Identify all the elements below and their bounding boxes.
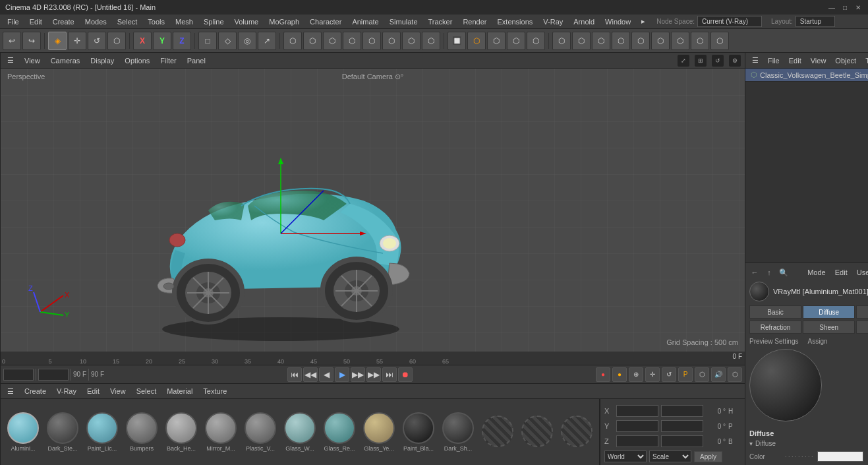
color-picker-button[interactable]: ✏ [866,451,868,462]
coord-z-pos[interactable]: 0 cm [616,435,658,447]
vp-menu-options[interactable]: Options [122,56,152,65]
maximize-button[interactable]: □ [840,3,850,12]
material-item-plastic[interactable]: Plastic_V... [242,412,279,452]
material-item-glass-ye[interactable]: Glass_Ye... [361,412,397,452]
menu-volume[interactable]: Volume [230,16,264,27]
coord-y-pos[interactable]: 0 cm [616,420,658,432]
polygon-button[interactable]: ◇ [218,32,237,50]
node-space-select[interactable]: Current (V-Ray) [697,16,762,27]
vp-icon-view[interactable]: ⊞ [695,55,707,67]
render-view-button[interactable]: ⬡ [487,32,506,50]
rp-menu-view[interactable]: View [808,56,829,65]
current-frame-input[interactable]: 0 F [3,369,34,381]
go-to-start-button[interactable]: ⏮ [287,367,302,382]
tool-btn-5[interactable]: ⬡ [362,32,381,50]
rp-menu-icon[interactable]: ☰ [749,55,761,65]
menu-select[interactable]: Select [113,16,142,27]
mat-menu-material[interactable]: Material [164,387,195,396]
window-controls[interactable]: — □ ✕ [827,3,863,12]
material-item-paint-black[interactable]: Paint_Bla... [400,412,437,452]
material-item-glass-re[interactable]: Glass_Re... [321,412,358,452]
tool-btn-7[interactable]: ⬡ [402,32,420,50]
coord-y-size[interactable]: 0 cm [661,420,703,432]
mode-button-6[interactable]: P [678,367,693,382]
material-item-bumpers[interactable]: Bumpers [123,412,160,452]
select-tool-button[interactable]: ◈ [48,32,67,50]
tool-btn-15[interactable]: ⬡ [651,32,670,50]
next-frame-button[interactable]: ▶▶ [351,367,365,382]
tool-btn-18[interactable]: ⬡ [710,32,729,50]
mat-menu-texture[interactable]: Texture [200,387,229,396]
vp-icon-refresh[interactable]: ↺ [712,55,724,67]
mat-menu-vray[interactable]: V-Ray [54,387,79,396]
assign-button[interactable]: Assign [807,338,827,345]
mat-menu-create[interactable]: Create [22,387,49,396]
material-item-paint[interactable]: Paint_Lic... [84,412,121,452]
material-item-empty-2[interactable] [519,416,556,449]
menu-animate[interactable]: Animate [347,16,383,27]
mat-nav-up[interactable]: ↑ [764,267,774,278]
tool-btn-9[interactable]: ⬡ [507,32,525,50]
mat-tab-bump[interactable]: Bump [856,321,868,334]
menu-character[interactable]: Character [305,16,346,27]
material-item-empty-1[interactable] [479,416,516,449]
vp-menu-panel[interactable]: Panel [185,56,208,65]
mode-button-8[interactable]: 🔊 [711,367,726,382]
mat-menu-select[interactable]: Select [134,387,159,396]
material-item-aluminium[interactable]: Alumini... [5,412,42,452]
tool-btn-17[interactable]: ⬡ [691,32,709,50]
mat-tab-sheen[interactable]: Sheen [803,321,855,334]
mode-button-4[interactable]: ✛ [645,367,660,382]
material-item-mirror[interactable]: Mirror_M... [202,412,239,452]
tool-btn-13[interactable]: ⬡ [612,32,630,50]
material-item-glass-w[interactable]: Glass_W... [281,412,318,452]
prev-key-button[interactable]: ◀◀ [303,367,318,382]
point-button[interactable]: ◎ [238,32,256,50]
menu-tracker[interactable]: Tracker [424,16,457,27]
z-axis-button[interactable]: Z [173,32,191,50]
menu-arnold[interactable]: Arnold [569,16,599,27]
rp-menu-object[interactable]: Object [832,56,859,65]
vp-menu-display[interactable]: Display [88,56,117,65]
menu-modes[interactable]: Modes [80,16,111,27]
mat-mode-btn[interactable]: Mode [805,268,828,277]
tool-btn-3[interactable]: ⬡ [323,32,341,50]
object-item-beetle[interactable]: ⬡ Classic_Volkswagen_Beetle_Simple_Inter… [745,69,868,82]
mat-userdata-btn[interactable]: User Data [854,268,868,277]
object-button[interactable]: □ [198,32,217,50]
coord-world-select[interactable]: World Object [604,450,647,462]
menu-window[interactable]: Window [600,16,635,27]
menu-render[interactable]: Render [458,16,491,27]
mat-menu-edit[interactable]: Edit [84,387,102,396]
mat-tab-refraction[interactable]: Refraction [749,321,801,334]
mode-button-7[interactable]: ⬡ [695,367,709,382]
menu-mesh[interactable]: Mesh [171,16,198,27]
play-button[interactable]: ▶ [335,367,349,382]
tool-btn-12[interactable]: ⬡ [592,32,610,50]
menu-edit[interactable]: Edit [25,16,47,27]
tool-btn-11[interactable]: ⬡ [572,32,591,50]
vp-icon-expand[interactable]: ⤢ [678,55,689,67]
mode-button-2[interactable]: ● [612,367,627,382]
undo-button[interactable]: ↩ [3,32,21,50]
tool-btn-1[interactable]: ⬡ [283,32,302,50]
record-button[interactable]: ⏺ [398,367,413,382]
menu-create[interactable]: Create [48,16,79,27]
coord-scale-select[interactable]: Scale [649,450,691,462]
viewport[interactable]: Perspective Default Camera ⊙° [1,69,745,352]
next-key-button[interactable]: ▶▶ [366,367,381,382]
redo-button[interactable]: ↪ [22,32,41,50]
go-to-end-button[interactable]: ⏭ [382,367,397,382]
menu-mograph[interactable]: MoGraph [264,16,304,27]
menu-file[interactable]: File [3,16,24,27]
tool-btn-16[interactable]: ⬡ [671,32,689,50]
snap-button[interactable]: ⬡ [552,32,571,50]
mat-tab-basic[interactable]: Basic [749,305,801,319]
vp-menu-icon[interactable]: ☰ [5,55,16,65]
close-button[interactable]: ✕ [854,3,863,12]
rp-menu-edit[interactable]: Edit [786,56,804,65]
mode-button-3[interactable]: ⊕ [629,367,643,382]
minimize-button[interactable]: — [827,3,836,12]
mat-nav-search[interactable]: 🔍 [778,267,789,278]
render-button[interactable]: ⬡ [467,32,486,50]
